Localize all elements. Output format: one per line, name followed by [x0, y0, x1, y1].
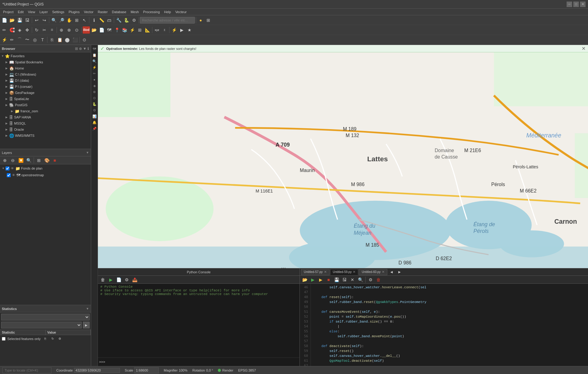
snap-enable-btn[interactable]: ⚡: [1, 36, 8, 43]
editor-run-btn[interactable]: ▶: [309, 276, 316, 283]
layer-group-fonds[interactable]: ▼ 👁 📁 Fonds de plan: [1, 165, 90, 172]
digitize2-btn[interactable]: ✏: [8, 36, 16, 43]
run-btn[interactable]: ▶: [178, 26, 185, 34]
tab-60-close[interactable]: ✕: [382, 270, 385, 274]
editor-find-btn[interactable]: 🔍: [357, 276, 364, 283]
location-search[interactable]: [140, 17, 195, 24]
open-project-button[interactable]: 📂: [8, 17, 16, 24]
menu-mesh[interactable]: Mesh: [129, 9, 141, 14]
layers-filter-btn[interactable]: 🔽: [17, 157, 24, 164]
zoom-full-button[interactable]: ⊞: [73, 17, 80, 24]
py-file-btn[interactable]: 📄: [115, 276, 122, 283]
new-project-button[interactable]: 📄: [1, 17, 8, 24]
strip-icon-3[interactable]: 🔍: [92, 58, 97, 64]
strip-icon-6[interactable]: ●: [92, 77, 97, 82]
minimize-button[interactable]: ─: [567, 2, 572, 7]
menu-raster[interactable]: Raster: [96, 9, 109, 14]
iliod-btn[interactable]: iliod: [83, 26, 90, 34]
menu-vector[interactable]: Vector: [82, 9, 95, 14]
strip-icon-13[interactable]: 🔔: [92, 120, 97, 125]
strip-icon-1[interactable]: 🗺: [92, 46, 97, 52]
delete-btn[interactable]: ⊗: [65, 26, 73, 34]
node-btn[interactable]: ◈: [16, 26, 23, 34]
layers-expand-icon[interactable]: ▼: [86, 151, 89, 154]
tree-spatial-bookmarks[interactable]: ▶ 📖 Spatial Bookmarks: [0, 59, 91, 65]
browser-icon3[interactable]: ▼: [83, 47, 87, 51]
menu-settings[interactable]: Settings: [50, 9, 66, 14]
tree-france-osm[interactable]: ▶ 📁 france_osm: [0, 108, 91, 114]
editor-close-btn[interactable]: ✕: [349, 276, 356, 283]
measure-button[interactable]: 📏: [98, 17, 105, 24]
redo-button[interactable]: ↪: [41, 17, 48, 24]
stats-layer-dropdown[interactable]: [1, 314, 90, 320]
maximize-button[interactable]: □: [573, 2, 579, 7]
loc-btn[interactable]: 📍: [113, 26, 121, 34]
tree-geopackage[interactable]: ▶ 📦 GeoPackage: [0, 90, 91, 96]
locate-input[interactable]: [2, 367, 51, 373]
strip-icon-9[interactable]: ⊙: [92, 95, 97, 101]
adv-btn[interactable]: ⊙: [81, 36, 88, 43]
tree-corsair[interactable]: ▶ 💾 P:\ (corsair): [0, 84, 91, 90]
py-run-btn[interactable]: ▶: [107, 276, 114, 283]
strip-icon-10[interactable]: 🐍: [92, 101, 97, 107]
map-btn[interactable]: 🗺: [106, 26, 113, 34]
extra-btn1[interactable]: ⊞: [205, 17, 212, 24]
paste-feat-btn[interactable]: 📋: [56, 36, 63, 43]
stats-refresh-btn[interactable]: ↻: [50, 336, 55, 342]
tree-oracle[interactable]: ▶ 🗄 Oracle: [0, 126, 91, 133]
layer-openstreetmap[interactable]: 👁 🗺 openstreetmap: [1, 172, 90, 178]
editor-save-as-btn[interactable]: 🖫: [341, 276, 348, 283]
browser-icon1[interactable]: ⊞: [75, 47, 78, 51]
tree-spatialite[interactable]: ▶ 🗄 SpatiaLite: [0, 96, 91, 102]
menu-view[interactable]: View: [26, 9, 37, 14]
strip-icon-11[interactable]: ⚙: [92, 107, 97, 113]
editor-open-btn[interactable]: 📂: [301, 276, 308, 283]
editor-stop-btn[interactable]: ■: [325, 276, 332, 283]
strip-icon-8[interactable]: ⊕: [92, 89, 97, 95]
py-options-btn[interactable]: ⚙: [123, 276, 130, 283]
tree-wms[interactable]: ▶ 🌐 WMS/WMTS: [0, 133, 91, 139]
tab-nav-right[interactable]: ▶: [396, 268, 403, 276]
merge-btn[interactable]: ⊙: [73, 26, 80, 34]
scale-input[interactable]: [134, 367, 159, 373]
editor-tab-59[interactable]: Untitled-59.py ✕: [330, 269, 359, 275]
stats-field-select[interactable]: [1, 322, 82, 328]
stop-btn[interactable]: ⬛: [71, 36, 79, 43]
layer-osm-checkbox[interactable]: [7, 173, 11, 177]
tree-data[interactable]: ▶ 💾 D:\ (data): [0, 77, 91, 84]
stats-expand-icon[interactable]: ▼: [86, 307, 89, 310]
tree-favorites[interactable]: ▼ ⭐ Favorites: [0, 53, 91, 59]
code-text-area[interactable]: self.canvas_hover_watcher.hoverLeave.con…: [311, 284, 588, 366]
tree-postgis[interactable]: ▶ 🐘 PostGIS: [0, 102, 91, 108]
curve-btn[interactable]: ⌒: [16, 36, 23, 43]
py-input[interactable]: [106, 360, 298, 364]
menu-plugins[interactable]: Plugins: [67, 9, 81, 14]
file-btn[interactable]: 📄: [98, 26, 105, 34]
action-btn[interactable]: ⚡: [170, 26, 178, 34]
editor-tab-60[interactable]: Untitled-60.py ✕: [359, 269, 387, 275]
notif-close-btn[interactable]: ✕: [582, 46, 586, 51]
editor-save-btn[interactable]: 💾: [333, 276, 340, 283]
tree-sap-hana[interactable]: ▶ 🗄 SAP HANA: [0, 114, 91, 120]
tab-59-close[interactable]: ✕: [353, 270, 355, 274]
layer-group-checkbox[interactable]: [6, 166, 9, 170]
plugins-button[interactable]: 🔧: [115, 17, 122, 24]
zoom-out-button[interactable]: 🔎: [58, 17, 65, 24]
close-button[interactable]: ✕: [580, 2, 586, 7]
toggle-button[interactable]: ●: [197, 17, 204, 24]
tree-mssql[interactable]: ▶ 🗄 MSSQL: [0, 120, 91, 126]
layers-btn[interactable]: 📚: [121, 26, 128, 34]
text-btn[interactable]: T: [39, 36, 46, 43]
extra-btn2[interactable]: ★: [186, 26, 193, 34]
menu-layer[interactable]: Layer: [38, 9, 50, 14]
undo-button[interactable]: ↩: [33, 17, 40, 24]
layers-remove-btn[interactable]: ⊖: [9, 157, 17, 164]
browser-icon2[interactable]: ⊕: [79, 47, 82, 51]
selected-features-checkbox[interactable]: [2, 337, 6, 341]
settings-button[interactable]: ⚙: [130, 17, 138, 24]
rotate-btn[interactable]: ↻: [33, 26, 40, 34]
editor-settings-btn[interactable]: ⚙: [367, 276, 374, 283]
layer-osm-eye[interactable]: 👁: [12, 173, 15, 177]
grid-btn[interactable]: ⊞: [136, 26, 143, 34]
menu-vecteur[interactable]: Vecteur: [173, 9, 188, 14]
